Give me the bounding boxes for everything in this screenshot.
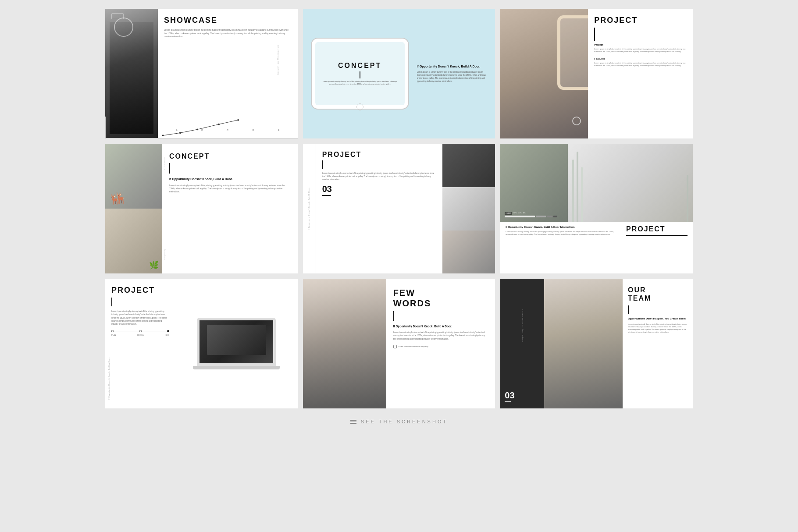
prog-label-8: 8% — [523, 212, 525, 215]
feature-col-1: Features Lorem ipsum is simply dummy tex… — [594, 57, 687, 67]
few-words-footer-text: A Few Words About Minimal Simplicity — [399, 345, 428, 348]
project-flowers-line — [626, 235, 688, 236]
project-phone-content: PROJECT Project Lorem ipsum is simply du… — [588, 9, 693, 138]
footer: SEE THE SCREENSHOT — [350, 419, 448, 424]
our-team-photo — [544, 279, 623, 408]
project-flowers-bottom: If Opportunity Doesn't Knock, Build A Do… — [500, 222, 693, 273]
chart-side-label: Growth on Minimalism — [277, 45, 279, 75]
footer-menu-icon — [350, 420, 356, 424]
project-flowers-text: Lorem ipsum is simply dummy text of the … — [506, 231, 617, 236]
tablet-concept-text: Lorem ipsum is simply dummy text of the … — [320, 80, 400, 85]
prog-labels: CHART 60% 31% 8% — [505, 212, 557, 215]
slide-project-phone: PROJECT Project Lorem ipsum is simply du… — [500, 9, 693, 138]
project-laptop-content: PROJECT Lorem ipsum is simply dummy text… — [105, 279, 175, 408]
project-phone-title: PROJECT — [594, 16, 687, 25]
concept-photo-bottom: 🌿 — [105, 209, 162, 273]
concept-left-title: CONCEPT — [169, 153, 291, 160]
our-team-body: Lorem ipsum is simply dummy text of the … — [628, 323, 688, 333]
tablet-device: CONCEPT Lorem ipsum is simply dummy text… — [312, 39, 408, 109]
concept-left-bar — [169, 163, 170, 174]
our-team-dark-label: Simple Inspire Presentation — [521, 309, 524, 342]
project-center-bar — [322, 160, 323, 169]
few-words-photo — [303, 279, 386, 408]
laptop-base — [193, 366, 280, 369]
prog-seg-2 — [536, 216, 546, 217]
tablet-home-button — [356, 103, 363, 110]
tl-label-seo: SEO — [166, 334, 169, 336]
concept-photo-top: 🦌 — [105, 144, 162, 209]
slide-showcase: SHOWCASE Lorem ipsum is simply dummy tex… — [105, 9, 298, 138]
our-team-right: OUR TEAM Opportunities Don't Happen, You… — [623, 279, 693, 408]
tablet-screen: CONCEPT Lorem ipsum is simply dummy text… — [315, 42, 405, 105]
prog-label-60: 60% — [513, 212, 517, 215]
project-laptop-tl-labels: PLAN DESIGN SEO — [111, 334, 169, 336]
features-text: Lorem ipsum is simply dummy text of the … — [594, 62, 687, 67]
project-center-photos — [442, 144, 495, 273]
few-words-body: Lorem ipsum is simply dummy text of the … — [393, 331, 488, 340]
project-photo-2 — [442, 187, 495, 231]
concept-left-photos: 🦌 🌿 Minimalism Simplicity — [105, 144, 162, 273]
project-laptop-timeline — [111, 330, 169, 332]
project-laptop-device — [175, 279, 298, 408]
tablet-right-body: Lorem ipsum is simply dummy text of the … — [417, 71, 487, 83]
project-center-main: PROJECT Lorem ipsum is simply dummy text… — [316, 144, 443, 273]
laptop-shape — [197, 318, 276, 369]
side-label-minimalism: Minimalism — [164, 157, 166, 170]
few-words-title: FEW WORDS — [393, 287, 488, 309]
project-laptop-side: If Opportunity Doesn't Knock, Build A Do… — [108, 357, 110, 400]
project-text: Lorem ipsum is simply dummy text of the … — [594, 48, 687, 53]
our-team-divider — [628, 305, 629, 314]
project-phone-divider — [594, 28, 595, 41]
showcase-title: SHOWCASE — [164, 16, 292, 25]
prog-bars — [505, 216, 557, 217]
slide-concept-left: 🦌 🌿 Minimalism Simplicity CONCEPT If Opp… — [105, 144, 298, 273]
slide-project-center: If Opportunity Doesn't Knock, Build A Do… — [303, 144, 495, 273]
project-label: Project — [594, 43, 687, 46]
project-flowers-title: PROJECT — [626, 225, 688, 233]
prog-seg-4 — [553, 216, 557, 217]
concept-left-subtitle: If Opportunity Doesn't Knock, Build A Do… — [169, 177, 291, 181]
features-row: Features Lorem ipsum is simply dummy tex… — [594, 57, 687, 67]
concept-left-body: Lorem ipsum is simply dummy text of the … — [169, 184, 291, 194]
features-title: Features — [594, 57, 687, 60]
tablet-concept-bar — [360, 71, 360, 78]
progress-bar-area: CHART 60% 31% 8% — [505, 212, 557, 217]
our-team-quote: Opportunities Don't Happen, You Create T… — [628, 317, 688, 320]
few-words-footer-icon — [393, 345, 397, 348]
project-laptop-body: Lorem ipsum is simply dummy text of the … — [111, 310, 169, 326]
slide-grid: SHOWCASE Lorem ipsum is simply dummy tex… — [105, 9, 693, 408]
prog-seg-1 — [505, 216, 534, 217]
project-laptop-bar — [111, 298, 112, 306]
tablet-right-content: If Opportunity Doesn't Knock, Build A Do… — [417, 64, 487, 83]
prog-seg-3 — [547, 216, 553, 217]
project-laptop-title: PROJECT — [111, 286, 169, 295]
tablet-concept-title: CONCEPT — [338, 62, 381, 70]
footer-text: SEE THE SCREENSHOT — [361, 419, 448, 424]
our-team-title: OUR TEAM — [628, 286, 688, 302]
project-center-body: Lorem ipsum is simply dummy text of the … — [322, 172, 437, 181]
our-team-dark-number: 03 — [505, 390, 540, 401]
showcase-body: Lorem ipsum is simply dummy text of the … — [164, 28, 292, 39]
slide-project-laptop: PROJECT Lorem ipsum is simply dummy text… — [105, 279, 298, 408]
project-phone-photo — [500, 9, 588, 138]
project-flowers-quote: If Opportunity Doesn't Knock, Build A Do… — [506, 225, 617, 229]
project-flowers-left: If Opportunity Doesn't Knock, Build A Do… — [506, 225, 617, 236]
showcase-chart: A B C D E — [164, 128, 292, 131]
few-words-bar — [393, 311, 394, 321]
side-label-simplicity: Simplicity — [164, 248, 166, 260]
project-center-numbar — [322, 195, 331, 196]
few-words-footer: A Few Words About Minimal Simplicity — [393, 345, 488, 348]
project-flowers-photo: CHART 60% 31% 8% — [500, 144, 693, 222]
project-photo-1 — [442, 144, 495, 187]
slide-few-words: FEW WORDS If Opportunity Doesn't Knock, … — [303, 279, 495, 408]
prog-label-31: 31% — [518, 212, 521, 215]
prog-label-chart: CHART — [505, 212, 512, 215]
slide-project-flowers: CHART 60% 31% 8% If Opportunity Doesn't … — [500, 144, 693, 273]
our-team-dark-numbar — [505, 401, 511, 402]
tablet-right-heading: If Opportunity Doesn't Knock, Build A Do… — [417, 64, 487, 69]
slide-concept-tablet: CONCEPT Lorem ipsum is simply dummy text… — [303, 9, 495, 138]
few-words-content: FEW WORDS If Opportunity Doesn't Knock, … — [386, 279, 495, 408]
project-center-title: PROJECT — [322, 151, 437, 159]
tl-label-design: DESIGN — [137, 334, 144, 336]
concept-left-content: CONCEPT If Opportunity Doesn't Knock, Bu… — [162, 144, 298, 273]
